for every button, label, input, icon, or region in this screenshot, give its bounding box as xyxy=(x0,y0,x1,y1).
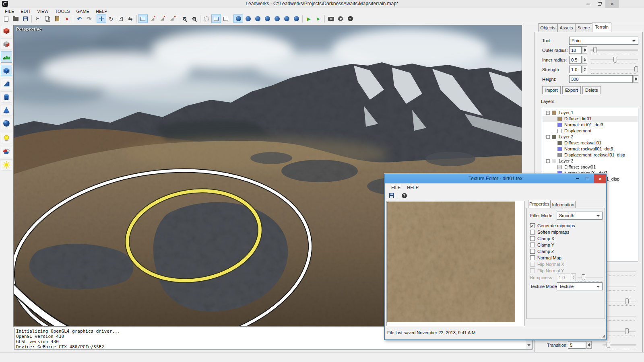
wedge-tool[interactable] xyxy=(1,78,12,89)
view-sphere-button-1[interactable] xyxy=(233,14,243,23)
delete-layer-button[interactable]: Delete xyxy=(582,86,601,94)
view-sphere-button-5[interactable] xyxy=(272,14,282,23)
tab-scene[interactable]: Scene xyxy=(575,23,592,32)
wireframe-box-button[interactable] xyxy=(221,14,231,23)
box-tool[interactable] xyxy=(1,65,12,76)
tab-objects[interactable]: Objects xyxy=(538,23,557,32)
strength-slider[interactable] xyxy=(590,66,638,74)
tree-item-layer1[interactable]: Layer 1 xyxy=(542,110,638,116)
select-circle-button[interactable] xyxy=(202,14,211,23)
collapse-icon[interactable] xyxy=(546,111,550,115)
menu-view[interactable]: VIEW xyxy=(34,8,52,14)
open-file-button[interactable] xyxy=(11,14,21,23)
dialog-maximize-button[interactable] xyxy=(583,174,592,183)
paste-button[interactable] xyxy=(52,14,62,23)
view-sphere-button-7[interactable] xyxy=(291,14,301,23)
menu-tools[interactable]: TOOLS xyxy=(52,8,73,14)
checkbox-icon[interactable] xyxy=(530,249,535,254)
checkbox-icon[interactable] xyxy=(530,243,535,247)
dialog-minimize-button[interactable] xyxy=(573,174,582,183)
menu-help[interactable]: HELP xyxy=(93,8,111,14)
restore-button[interactable] xyxy=(594,0,605,8)
view-sphere-button-2[interactable] xyxy=(243,14,253,23)
zoom-out-button[interactable]: − xyxy=(189,14,199,23)
cylinder-tool[interactable] xyxy=(1,91,12,103)
transition-spinner[interactable] xyxy=(586,341,592,349)
model-tool[interactable] xyxy=(1,146,12,157)
texture-editor-menu-help[interactable]: HELP xyxy=(404,184,422,191)
tab-information[interactable]: Information xyxy=(551,201,576,208)
texture-save-button[interactable] xyxy=(387,191,396,200)
tab-properties[interactable]: Properties xyxy=(528,200,551,208)
texture-editor-window[interactable]: Texture Editor - dirt01.tex × FILE HELP … xyxy=(384,174,607,340)
strength-input[interactable] xyxy=(569,66,582,73)
height-input[interactable] xyxy=(569,75,633,83)
scale-tool-button[interactable] xyxy=(116,14,126,23)
tab-assets[interactable]: Assets xyxy=(557,23,575,32)
slider-thumb[interactable] xyxy=(593,47,597,53)
strength-spinner[interactable] xyxy=(582,66,587,73)
dialog-close-button[interactable]: × xyxy=(594,174,606,183)
terrain-raise-button[interactable]: ◢▲ xyxy=(148,14,157,23)
view-sphere-button-4[interactable] xyxy=(262,14,272,23)
zoom-in-button[interactable]: + xyxy=(180,14,189,23)
texture-editor-menu-file[interactable]: FILE xyxy=(388,184,404,191)
menu-file[interactable]: FILE xyxy=(2,8,17,14)
sphere-tool[interactable] xyxy=(1,118,12,129)
scroll-down-icon[interactable] xyxy=(527,344,530,346)
mirror-tool-button[interactable]: ⇆ xyxy=(126,14,135,23)
terrain-smooth-button[interactable]: ◢◂ xyxy=(167,14,177,23)
directional-light-tool[interactable] xyxy=(1,159,12,171)
minimize-button[interactable] xyxy=(583,0,593,8)
menu-edit[interactable]: EDIT xyxy=(17,8,34,14)
inner-radius-slider[interactable] xyxy=(590,56,638,64)
tree-item-displacement-1[interactable]: Displacement xyxy=(542,128,638,134)
tool-dropdown[interactable]: Paint xyxy=(569,37,638,45)
tree-item-normal-dirt01[interactable]: Normal: dirt01_dot3 xyxy=(542,122,638,128)
outer-radius-slider[interactable] xyxy=(590,46,638,54)
copy-button[interactable] xyxy=(43,14,52,23)
slider-thumb[interactable] xyxy=(634,66,638,72)
tab-terrain[interactable]: Terrain xyxy=(592,23,611,32)
filter-mode-dropdown[interactable]: Smooth xyxy=(557,212,603,220)
undo-button[interactable]: ↶ xyxy=(74,14,84,23)
checkbox-icon[interactable] xyxy=(530,230,535,234)
outer-radius-input[interactable] xyxy=(569,46,582,54)
run-button[interactable]: ▶ xyxy=(304,14,314,23)
tree-item-diffuse-snow01[interactable]: Diffuse: snow01 xyxy=(542,164,638,170)
help-button[interactable]: ? xyxy=(345,14,355,23)
checkbox-icon[interactable] xyxy=(530,236,535,241)
slider-thumb[interactable] xyxy=(613,57,617,63)
inner-radius-spinner[interactable] xyxy=(582,56,587,64)
checkbox-checked-icon[interactable]: ✔ xyxy=(530,223,535,228)
checkbox-icon[interactable] xyxy=(530,255,535,260)
terrain-lower-button[interactable]: ◢▼ xyxy=(157,14,167,23)
title-bar[interactable]: Leadwerks - C:\Leadwerks\Projects\Darkne… xyxy=(0,0,644,8)
rotate-tool-button[interactable]: ↻ xyxy=(106,14,116,23)
resize-grip[interactable] xyxy=(602,335,605,338)
menu-game[interactable]: GAME xyxy=(73,8,93,14)
expand-view-button[interactable] xyxy=(211,14,221,23)
tree-item-layer2[interactable]: Layer 2 xyxy=(542,134,638,140)
view-sphere-button-6[interactable] xyxy=(282,14,291,23)
cone-tool[interactable] xyxy=(1,105,12,116)
transition-input[interactable] xyxy=(568,341,586,349)
tree-item-diffuse-dirt01[interactable]: Diffuse: dirt01 xyxy=(542,116,638,122)
texture-help-button[interactable]: ? xyxy=(399,191,409,200)
tree-item-layer3[interactable]: Layer 3 xyxy=(542,158,638,164)
close-button[interactable]: × xyxy=(605,0,619,8)
inner-radius-input[interactable] xyxy=(569,56,582,64)
slider-thumb[interactable] xyxy=(607,342,610,348)
run-debug-button[interactable]: ▶ xyxy=(314,14,323,23)
new-file-button[interactable] xyxy=(1,14,11,23)
height-spinner[interactable] xyxy=(633,75,638,83)
options-button[interactable] xyxy=(336,14,345,23)
slider-thumb[interactable] xyxy=(625,328,629,334)
texture-mode-dropdown[interactable]: Texture xyxy=(557,282,603,290)
tree-item-normal-rockwall01[interactable]: Normal: rockwall01_dot3 xyxy=(542,146,638,152)
view-sphere-button-3[interactable] xyxy=(253,14,262,23)
export-button[interactable]: Export xyxy=(562,86,581,94)
transition-slider[interactable] xyxy=(603,341,636,349)
import-button[interactable]: Import xyxy=(542,86,561,94)
tree-item-displacement-rockwall01[interactable]: Displacement: rockwall01_disp xyxy=(542,152,638,158)
